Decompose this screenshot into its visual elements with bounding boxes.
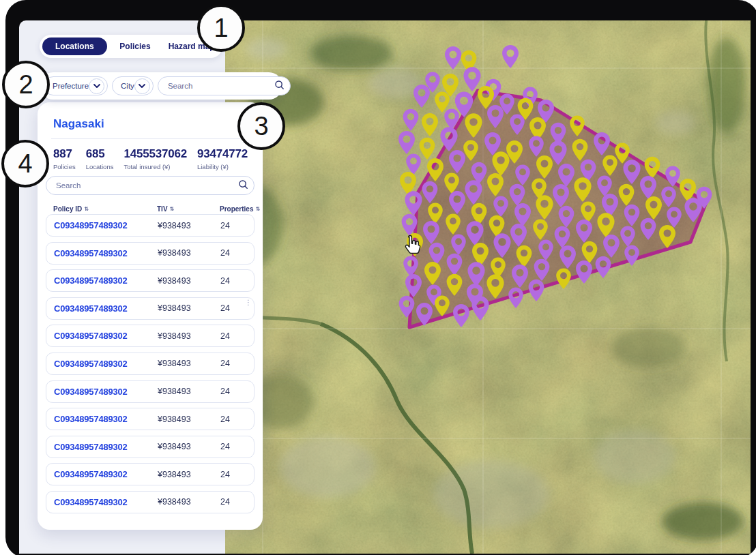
stat-value: 1455537062 [123, 147, 187, 161]
column-properties[interactable]: Properties ⇅ [220, 205, 260, 213]
column-tiv[interactable]: TIV ⇅ [157, 205, 220, 213]
properties-value: 24 [220, 442, 254, 451]
table-row[interactable]: C09348957489302 ¥938493 24 [46, 380, 255, 403]
policy-table-header: Policy ID ⇅ TIV ⇅ Properties ⇅ [53, 205, 251, 213]
policy-id-link[interactable]: C09348957489302 [54, 442, 158, 452]
policy-id-link[interactable]: C09348957489302 [54, 275, 158, 286]
callout-number-2: 2 [2, 61, 50, 108]
policy-id-link[interactable]: C09348957489302 [54, 414, 158, 424]
callout-number-4: 4 [1, 140, 49, 188]
tiv-value: ¥938493 [158, 442, 220, 451]
scrollbar-thumb[interactable]: ⋮ [245, 301, 252, 304]
filter-bar: Prefecture City [40, 72, 282, 100]
properties-value: 24 [220, 497, 254, 507]
tab-locations[interactable]: Locations [42, 38, 107, 55]
properties-value: 24 [220, 221, 254, 230]
tiv-value: ¥938493 [158, 415, 220, 424]
tiv-value: ¥938493 [158, 276, 220, 286]
stat-locations: 685 Locations [86, 147, 114, 170]
column-policy-id[interactable]: Policy ID ⇅ [53, 205, 157, 213]
tiv-value: ¥938493 [158, 331, 220, 341]
sort-icon: ⇅ [255, 207, 260, 212]
table-row[interactable]: C09348957489302 ¥938493 24 [46, 491, 255, 513]
table-row[interactable]: C09348957489302 ¥938493 24 [46, 325, 255, 347]
column-label: TIV [157, 205, 168, 213]
properties-value: 24 [220, 470, 254, 479]
stat-total-insured: 1455537062 Total insured (¥) [123, 147, 187, 170]
tiv-value: ¥938493 [158, 387, 220, 396]
app-window: Locations Policies Hazard map Prefecture… [19, 20, 751, 554]
properties-value: 24 [220, 276, 254, 286]
properties-value: 24 [220, 248, 254, 258]
map-canvas[interactable] [225, 20, 751, 554]
region-title: Nagasaki [53, 117, 263, 131]
table-row[interactable]: C09348957489302 ¥938493 24 [46, 408, 255, 430]
stat-label: Liability (¥) [197, 163, 248, 170]
policy-table-body: C09348957489302 ¥938493 24 C093489574893… [46, 214, 255, 513]
stat-label: Policies [53, 163, 76, 170]
tiv-value: ¥938493 [158, 303, 220, 313]
policy-id-link[interactable]: C09348957489302 [54, 248, 158, 258]
chevron-down-icon [89, 78, 104, 94]
search-icon [274, 80, 285, 93]
policy-id-link[interactable]: C09348957489302 [54, 220, 158, 230]
tab-policies[interactable]: Policies [107, 38, 164, 55]
search-icon [238, 179, 248, 192]
policy-id-link[interactable]: C09348957489302 [54, 359, 158, 369]
properties-value: 24 [220, 387, 254, 396]
map-search-field [158, 76, 291, 95]
divider [51, 138, 263, 139]
stat-value: 887 [53, 147, 76, 161]
stat-value: 93474772 [197, 147, 248, 161]
policy-id-link[interactable]: C09348957489302 [54, 387, 158, 397]
hand-cursor-icon [401, 235, 422, 258]
table-row[interactable]: C09348957489302 ¥938493 24 [46, 269, 255, 292]
policy-search-input[interactable] [55, 181, 238, 190]
sort-icon: ⇅ [170, 207, 175, 212]
view-tabs: Locations Policies Hazard map [40, 35, 222, 58]
table-row[interactable]: C09348957489302 ¥938493 24 [46, 242, 255, 265]
stat-label: Locations [86, 163, 114, 170]
stat-liability: 93474772 Liability (¥) [197, 147, 248, 170]
table-row[interactable]: C09348957489302 ¥938493 24 [46, 297, 255, 320]
sort-icon: ⇅ [84, 207, 89, 212]
tiv-value: ¥938493 [158, 221, 220, 230]
policy-id-link[interactable]: C09348957489302 [54, 469, 158, 479]
prefecture-dropdown[interactable]: Prefecture [44, 76, 108, 95]
city-dropdown-label: City [121, 82, 134, 90]
map-search-input[interactable] [166, 81, 274, 91]
column-label: Policy ID [53, 205, 82, 213]
properties-value: 24 [220, 331, 254, 341]
properties-value: 24 [220, 359, 254, 368]
policy-search-field [46, 176, 255, 195]
city-dropdown[interactable]: City [112, 76, 154, 95]
region-panel: Nagasaki 887 Policies 685 Locations 1455… [38, 102, 263, 530]
stat-policies: 887 Policies [53, 147, 76, 170]
callout-number-3: 3 [237, 102, 285, 150]
table-row[interactable]: C09348957489302 ¥938493 24 [46, 352, 255, 375]
region-stats: 887 Policies 685 Locations 1455537062 To… [53, 147, 263, 170]
policy-id-link[interactable]: C09348957489302 [54, 331, 158, 341]
chevron-down-icon [134, 78, 150, 94]
tiv-value: ¥938493 [158, 359, 220, 368]
properties-value: 24 [220, 415, 254, 424]
table-row[interactable]: C09348957489302 ¥938493 24 [46, 463, 255, 485]
column-label: Properties [220, 205, 253, 213]
table-row[interactable]: C09348957489302 ¥938493 24 [46, 436, 255, 458]
stat-value: 685 [86, 147, 114, 161]
policy-id-link[interactable]: C09348957489302 [54, 497, 158, 507]
stat-label: Total insured (¥) [123, 163, 187, 170]
callout-number-1: 1 [197, 4, 245, 52]
prefecture-dropdown-label: Prefecture [53, 82, 89, 90]
satellite-terrain [225, 20, 751, 554]
tiv-value: ¥938493 [158, 248, 220, 258]
policy-id-link[interactable]: C09348957489302 [54, 303, 158, 314]
tiv-value: ¥938493 [158, 497, 220, 507]
table-row[interactable]: C09348957489302 ¥938493 24 [46, 214, 255, 237]
tiv-value: ¥938493 [158, 470, 220, 479]
